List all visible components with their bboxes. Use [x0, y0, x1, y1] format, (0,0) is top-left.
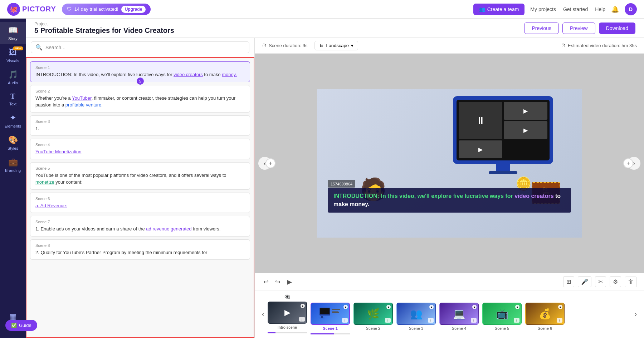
delete-button[interactable]: 🗑 [625, 277, 637, 287]
scene-card-3[interactable]: Scene 3 1. [30, 115, 250, 136]
notification-bell-icon[interactable]: 🔔 [611, 5, 619, 13]
tl-scene1-label: Scene 1 [323, 326, 338, 330]
timeline-prev-arrow[interactable]: ‹ [262, 310, 264, 318]
text-icon: T [10, 92, 15, 100]
trial-shield-icon: 🛡 [67, 6, 72, 12]
scene-4-link-youtube[interactable]: YouTube Monetization [35, 149, 81, 154]
add-scene-right-button[interactable]: + [623, 158, 633, 168]
sidebar-story-label: Story [8, 36, 18, 41]
tl-scene-4[interactable]: 💻 ● ⋮ Scene 4 [439, 294, 479, 334]
tl-intro-progress-bar [268, 332, 275, 333]
chevron-down-icon: ▾ [351, 43, 353, 48]
trial-badge[interactable]: 🛡 14 day trial activated! Upgrade [62, 4, 151, 15]
tl-thumb-1[interactable]: ● ⋮ [311, 303, 350, 325]
scene-card-7[interactable]: Scene 7 1. Enable ads on your videos and… [30, 216, 250, 237]
tl-scene4-label: Scene 4 [452, 326, 466, 330]
tl-thumb-3[interactable]: 👥 ● ⋮ [396, 303, 436, 325]
monitor-body: ⏸ ▶ ▶ ▶ [453, 96, 553, 164]
logo-text: PICTORY [22, 5, 56, 13]
scene-1-link-money[interactable]: money. [222, 72, 237, 77]
breadcrumb: Project [34, 21, 174, 26]
sidebar-visuals-label: Visuals [6, 59, 19, 63]
cut-button[interactable]: ✂ [595, 276, 606, 287]
sidebar-item-elements[interactable]: ✦ Elements [0, 110, 26, 132]
guide-button[interactable]: ✅ Guide [5, 320, 37, 331]
scene-1-link-video-creators[interactable]: video creators [174, 72, 203, 77]
create-team-button[interactable]: 👥 Create a team [473, 4, 525, 15]
project-title: 5 Profitable Strategies for Video Creato… [34, 26, 174, 35]
svg-rect-1 [320, 308, 330, 314]
scene-duration-info: ⏱ Scene duration: 9s [262, 43, 307, 48]
tl-scene-1[interactable]: ● ⋮ Scene 1 [311, 294, 350, 334]
styles-icon: 🎨 [8, 135, 18, 145]
undo-button[interactable]: ↩ [262, 277, 270, 287]
sidebar-item-styles[interactable]: 🎨 Styles [0, 132, 26, 154]
svg-rect-2 [321, 316, 323, 318]
sidebar-item-audio[interactable]: 🎵 Audio [0, 66, 26, 89]
scene-2-link-profitable[interactable]: profitable venture. [65, 102, 103, 108]
avatar[interactable]: D [625, 3, 637, 15]
monitor-base [489, 171, 517, 174]
help-link[interactable]: Help [595, 6, 605, 12]
svg-rect-3 [319, 318, 325, 318]
tl-scene-3[interactable]: 👥 ● ⋮ Scene 3 [396, 294, 436, 334]
tl-thumb-5[interactable]: 📺 ● ⋮ [482, 303, 522, 325]
tl-scene4-menu-icon: ⋮ [471, 318, 477, 323]
tl-scene6-label: Scene 6 [538, 326, 552, 330]
scene-5-link-monetize[interactable]: monetize [35, 179, 54, 185]
tl-scene-5[interactable]: 📺 ● ⋮ Scene 5 [482, 294, 522, 334]
sidebar-item-branding[interactable]: 💼 Branding [0, 154, 26, 176]
tl-thumb-intro[interactable]: ▶ ● ⋮ [268, 302, 307, 324]
microphone-button[interactable]: 🎤 [578, 276, 591, 287]
tl-scene2-menu-icon: ⋮ [385, 318, 391, 323]
scene-card-5[interactable]: Scene 5 YouTube is one of the most popul… [30, 162, 250, 190]
previous-button[interactable]: Previous [524, 23, 558, 34]
orientation-select[interactable]: 🖥 Landscape ▾ [314, 41, 358, 50]
tl-scene-2[interactable]: 🌿 ● ⋮ Scene 2 [353, 294, 393, 334]
monitor-screen: ⏸ ▶ ▶ ▶ [457, 100, 550, 160]
scene-card-8[interactable]: Scene 8 2. Qualify for YouTube's Partner… [30, 239, 250, 260]
my-projects-link[interactable]: My projects [530, 6, 556, 12]
tl-scene5-label: Scene 5 [495, 326, 509, 330]
download-button[interactable]: Download [599, 23, 635, 34]
scene-card-2[interactable]: Scene 2 Whether you're a YouTuber, filmm… [30, 85, 250, 113]
sidebar-item-story[interactable]: 📖 Story [0, 22, 26, 44]
tl-thumb-6[interactable]: 💰 ● ⋮ [525, 303, 565, 325]
tl-scene-intro[interactable]: 👁‍🗨 ▶ ● ⋮ Intro scene [268, 294, 307, 334]
search-input[interactable] [45, 45, 245, 50]
tl-scene3-dot-icon: ● [429, 305, 434, 309]
redo-button[interactable]: ↪ [274, 277, 282, 287]
subtitle-highlight-creators: video creators [514, 193, 553, 199]
search-input-wrap: 🔍 [31, 41, 249, 53]
sidebar-item-visuals[interactable]: 🖼 Visuals NEW [0, 44, 26, 66]
scene-6-link-adrevenue[interactable]: a. Ad Revenue: [35, 203, 67, 208]
tl-scene-6[interactable]: 💰 ● ⋮ Scene 6 [525, 294, 565, 334]
tl-intro-dot-icon: ● [301, 304, 305, 308]
scene-card-1[interactable]: Scene 1 INTRODUCTION: In this video, we'… [30, 61, 250, 82]
logo[interactable]: 🐙 PICTORY [7, 3, 56, 16]
navbar: 🐙 PICTORY 🛡 14 day trial activated! Upgr… [0, 0, 644, 19]
tl-scene3-menu-icon: ⋮ [428, 318, 434, 323]
tl-thumb-4[interactable]: 💻 ● ⋮ [439, 303, 479, 325]
scene-2-link-youtuber[interactable]: YouTuber [72, 95, 92, 101]
scene-7-link-adrevenue[interactable]: ad revenue generated [146, 226, 191, 232]
landscape-icon: 🖥 [319, 43, 324, 48]
project-header: Project 5 Profitable Strategies for Vide… [26, 19, 644, 38]
upgrade-button[interactable]: Upgrade [121, 6, 146, 13]
timeline-next-arrow[interactable]: › [635, 310, 637, 318]
tl-thumb-2[interactable]: 🌿 ● ⋮ [353, 303, 393, 325]
play-button[interactable]: ▶ [286, 277, 293, 287]
tl-scene1-progress-bar [311, 333, 334, 334]
sidebar-item-text[interactable]: T Text [0, 89, 26, 110]
scene-card-6[interactable]: Scene 6 a. Ad Revenue: [30, 193, 250, 213]
preview-button[interactable]: Preview [562, 23, 595, 34]
settings-button[interactable]: ⚙ [610, 276, 621, 287]
captions-button[interactable]: ⊞ [563, 276, 574, 287]
add-scene-left-button[interactable]: + [265, 158, 275, 168]
tl-scene1-graphic [316, 305, 345, 323]
get-started-link[interactable]: Get started [563, 6, 588, 12]
monitor-stand [496, 164, 510, 171]
story-icon: 📖 [8, 26, 18, 35]
scene-card-4[interactable]: Scene 4 YouTube Monetization [30, 139, 250, 159]
clock-icon: ⏱ [262, 43, 267, 48]
